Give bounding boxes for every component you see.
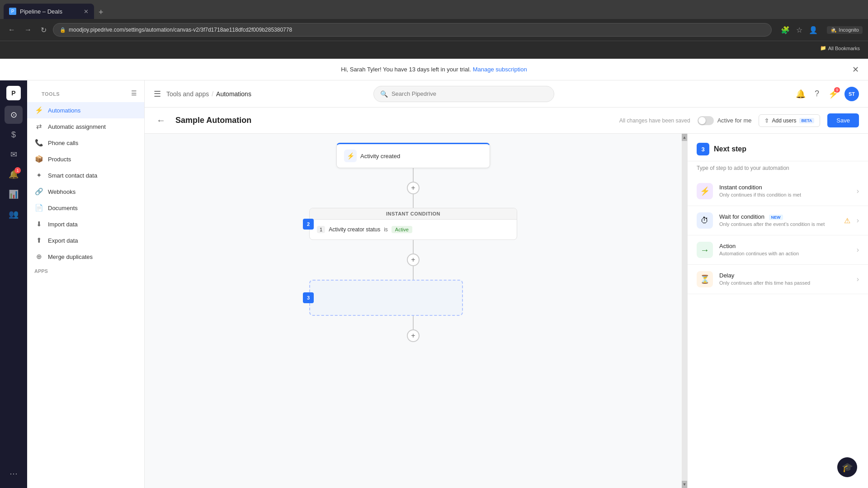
help-button[interactable]: ?: [812, 86, 822, 101]
sidebar-item-merge-duplicates[interactable]: ⊕ Merge duplicates: [27, 249, 144, 265]
trigger-node-header: ⚡ Activity created: [344, 150, 482, 162]
sidebar-icon-activity[interactable]: 🔔 1: [5, 165, 23, 183]
extensions-button[interactable]: 🧩: [779, 24, 792, 36]
instant-condition-text: Instant condition Only continues if this…: [719, 184, 850, 198]
bookmarks-label: All Bookmarks: [828, 46, 860, 51]
panel-step-number: 3: [697, 143, 709, 155]
import-data-label: Import data: [48, 221, 78, 228]
active-tab[interactable]: P Pipeline – Deals ✕: [4, 4, 94, 19]
scroll-up-button[interactable]: ▲: [682, 134, 687, 141]
canvas-scrollbar[interactable]: ▲ ▼: [682, 134, 687, 488]
automatic-assignment-icon: ⇄: [34, 122, 43, 131]
scroll-down-button[interactable]: ▼: [682, 481, 687, 488]
webhooks-label: Webhooks: [48, 188, 75, 195]
sidebar-collapse-button[interactable]: ☰: [131, 89, 137, 97]
add-step-3-button[interactable]: +: [407, 329, 420, 342]
automatic-assignment-label: Automatic assignment: [48, 123, 106, 130]
star-button[interactable]: ☆: [794, 24, 804, 36]
url-text: moodjoy.pipedrive.com/settings/automatio…: [69, 27, 292, 33]
condition-value: Active: [392, 226, 412, 233]
bookmarks-folder[interactable]: 📁 All Bookmarks: [817, 44, 863, 52]
forward-browser-button[interactable]: →: [22, 24, 34, 36]
bookmarks-bar: 📁 All Bookmarks: [0, 41, 868, 55]
bell-wrap: ⚡ 9: [826, 86, 841, 102]
trigger-node[interactable]: ⚡ Activity created: [336, 143, 490, 168]
sidebar-icon-mail[interactable]: ✉: [5, 145, 23, 164]
add-step-1-button[interactable]: +: [407, 182, 420, 194]
import-data-icon: ⬇: [34, 220, 43, 229]
action-option-desc: Automation continues with an action: [719, 250, 850, 257]
tab-title: Pipeline – Deals: [20, 8, 62, 15]
back-to-automations-button[interactable]: ←: [154, 113, 168, 128]
alerts-button[interactable]: ⚡ 9: [826, 86, 841, 102]
sidebar-icon-home[interactable]: ⊙: [5, 106, 23, 124]
sidebar-item-webhooks[interactable]: 🔗 Webhooks: [27, 183, 144, 200]
wait-condition-option[interactable]: ⏱ Wait for condition NEW Only continues …: [688, 206, 868, 235]
sidebar-header: TOOLS ☰: [27, 88, 144, 102]
automations-icon: ⚡: [34, 106, 43, 115]
save-status: All changes have been saved: [619, 117, 690, 124]
notifications-button[interactable]: 🔔: [793, 86, 808, 102]
breadcrumb-parent[interactable]: Tools and apps: [166, 90, 209, 98]
add-users-button[interactable]: ⇧ Add users BETA: [759, 114, 820, 127]
icon-sidebar: P ⊙ $ ✉ 🔔 1 📊 👥 ⋯: [0, 80, 27, 488]
notification-close-button[interactable]: ✕: [852, 65, 859, 75]
profile-button[interactable]: 👤: [807, 24, 820, 36]
sidebar-item-phone-calls[interactable]: 📞 Phone calls: [27, 135, 144, 151]
search-input[interactable]: [392, 90, 547, 97]
empty-node[interactable]: [309, 280, 463, 316]
user-avatar[interactable]: ST: [844, 87, 859, 101]
sidebar-item-automatic-assignment[interactable]: ⇄ Automatic assignment: [27, 118, 144, 135]
pipedrive-logo[interactable]: P: [6, 86, 21, 100]
help-fab[interactable]: 🎓: [837, 457, 857, 477]
instant-condition-option[interactable]: ⚡ Instant condition Only continues if th…: [688, 177, 868, 206]
sidebar-icon-contacts[interactable]: 👥: [5, 205, 23, 223]
action-option[interactable]: → Action Automation continues with an ac…: [688, 235, 868, 265]
nodes-container: ⚡ Activity created + 2: [145, 134, 682, 351]
sidebar-item-import-data[interactable]: ⬇ Import data: [27, 216, 144, 232]
address-bar[interactable]: 🔒 moodjoy.pipedrive.com/settings/automat…: [53, 23, 772, 37]
sidebar-item-smart-contact[interactable]: ✦ Smart contact data: [27, 167, 144, 183]
active-toggle[interactable]: [698, 116, 714, 125]
save-automation-button[interactable]: Save: [827, 113, 859, 127]
sidebar-item-automations[interactable]: ⚡ Automations: [27, 102, 144, 118]
header-actions: 🔔 ? ⚡ 9 ST: [793, 86, 859, 102]
condition-node-number: 2: [303, 219, 314, 230]
condition-node-wrap: 2 INSTANT CONDITION 1 Activity creator s…: [309, 208, 517, 240]
search-input-wrap: 🔍: [373, 86, 554, 102]
add-step-2-button[interactable]: +: [407, 253, 420, 266]
notification-bar: Hi, Sarah Tyler! You have 13 days left i…: [0, 59, 868, 80]
alerts-badge: 9: [834, 87, 840, 93]
action-option-chevron: ›: [857, 246, 859, 254]
automation-title: Sample Automation: [175, 116, 251, 125]
deals-icon: $: [11, 130, 16, 140]
manage-subscription-link[interactable]: Manage subscription: [473, 66, 527, 73]
lock-icon: 🔒: [60, 27, 66, 33]
condition-node[interactable]: INSTANT CONDITION 1 Activity creator sta…: [309, 208, 517, 240]
phone-calls-icon: 📞: [34, 138, 43, 147]
back-browser-button[interactable]: ←: [5, 24, 18, 36]
merge-duplicates-label: Merge duplicates: [48, 253, 93, 260]
sidebar-item-export-data[interactable]: ⬆ Export data: [27, 232, 144, 249]
canvas-scroll[interactable]: ⚡ Activity created + 2: [145, 134, 682, 488]
sidebar-icon-insights[interactable]: 📊: [5, 185, 23, 203]
new-tab-button[interactable]: +: [96, 6, 106, 19]
nav-actions: 🧩 ☆ 👤: [779, 24, 820, 36]
breadcrumb-separator: /: [212, 90, 213, 98]
connector-3: [413, 240, 414, 253]
insights-icon: 📊: [9, 189, 19, 199]
sidebar-item-documents[interactable]: 📄 Documents: [27, 200, 144, 216]
menu-toggle-button[interactable]: ☰: [154, 89, 161, 99]
webhooks-icon: 🔗: [34, 187, 43, 196]
condition-header: INSTANT CONDITION: [310, 208, 517, 220]
delay-option-title: Delay: [719, 272, 850, 279]
refresh-button[interactable]: ↻: [38, 24, 49, 36]
empty-node-wrap: 3: [309, 280, 517, 316]
wait-condition-desc: Only continues after the event's conditi…: [719, 221, 838, 228]
sidebar-item-products[interactable]: 📦 Products: [27, 151, 144, 167]
delay-option[interactable]: ⏳ Delay Only continues after this time h…: [688, 265, 868, 294]
sidebar-icon-deals[interactable]: $: [5, 126, 23, 144]
close-tab-button[interactable]: ✕: [84, 8, 89, 15]
sidebar-icon-more[interactable]: ⋯: [5, 465, 23, 483]
instant-condition-icon: ⚡: [697, 183, 713, 199]
